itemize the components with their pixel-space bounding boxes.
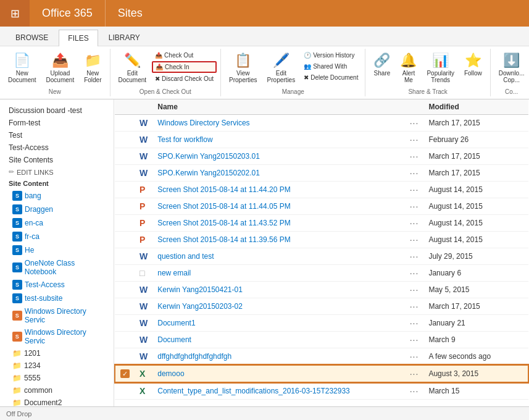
new-folder-button[interactable]: 📁 NewFolder [80,50,106,86]
table-row[interactable]: WDocument···March 9 [115,332,528,348]
table-row[interactable]: ✓Xdemooo···August 3, 2015 [115,365,528,382]
sidebar-item-onenote[interactable]: S OneNote Class Notebook [0,257,114,278]
row-more-options[interactable]: ··· [405,115,424,132]
row-filename[interactable]: demooo [152,365,405,382]
upload-document-button[interactable]: 📤 UploadDocument [42,50,79,86]
sidebar-item-5555[interactable]: 📁 5555 [0,372,114,384]
edit-properties-button[interactable]: 🖊️ EditProperties [263,50,300,86]
row-filename[interactable]: SPO.Kerwin Yang20150203.01 [152,148,405,165]
row-more-options[interactable]: ··· [405,348,424,366]
row-check[interactable] [115,182,135,198]
row-check[interactable] [115,265,135,282]
row-more-options[interactable]: ··· [405,315,424,332]
table-row[interactable]: WWindows Directory Services···March 17, … [115,115,528,132]
app-grid-icon[interactable]: ⊞ [0,0,30,27]
discard-checkout-button[interactable]: ✖ Discard Check Out [152,74,217,84]
sidebar-item-common[interactable]: 📁 common [0,384,114,397]
row-filename[interactable]: SPO.Kerwin Yang20150202.01 [152,165,405,182]
row-check[interactable] [115,298,135,315]
row-filename[interactable]: Document [152,332,405,348]
table-row[interactable]: WDocument1···January 21 [115,315,528,332]
table-row[interactable]: PScreen Shot 2015-08-14 at 11.43.52 PM··… [115,215,528,232]
row-filename[interactable]: Screen Shot 2015-08-14 at 11.44.20 PM [152,182,405,198]
new-document-button[interactable]: 📄 NewDocument [4,50,41,86]
row-check[interactable] [115,332,135,348]
table-row[interactable]: WKerwin Yang20150203-02···March 17, 2015 [115,298,528,315]
row-filename[interactable]: Windows Directory Services [152,115,405,132]
row-filename[interactable]: Kerwin Yang20150421-01 [152,282,405,298]
row-more-options[interactable]: ··· [405,382,424,400]
row-filename[interactable]: Screen Shot 2015-08-14 at 11.44.05 PM [152,198,405,215]
row-filename[interactable]: Document1 [152,315,405,332]
row-check[interactable] [115,148,135,165]
table-row[interactable]: PScreen Shot 2015-08-14 at 11.39.56 PM··… [115,232,528,248]
row-filename[interactable]: Test for workflow [152,132,405,148]
popularity-trends-button[interactable]: 📊 PopularityTrends [422,50,458,86]
table-row[interactable]: PScreen Shot 2015-08-14 at 11.44.20 PM··… [115,182,528,198]
row-filename[interactable]: Screen Shot 2015-08-14 at 11.43.52 PM [152,215,405,232]
tab-browse[interactable]: BROWSE [6,29,57,46]
row-check[interactable] [115,232,135,248]
version-history-button[interactable]: 🕐 Version History [301,50,361,61]
sidebar-item-formtest[interactable]: Form-test [0,117,114,129]
row-check[interactable] [115,315,135,332]
sidebar-item-windir1[interactable]: S Windows Directory Servic [0,305,114,326]
row-check[interactable] [115,348,135,366]
row-more-options[interactable]: ··· [405,248,424,265]
tab-files[interactable]: FILES [59,30,98,46]
share-button[interactable]: 🔗 Share [369,50,394,79]
row-more-options[interactable]: ··· [405,282,424,298]
row-more-options[interactable]: ··· [405,215,424,232]
sidebar-edit-links[interactable]: ✏ EDIT LINKS [0,166,114,178]
row-more-options[interactable]: ··· [405,365,424,382]
sidebar-item-frca[interactable]: S fr-ca [0,230,114,243]
sidebar-item-1234[interactable]: 📁 1234 [0,359,114,372]
sidebar-item-discussion[interactable]: Discussion board -test [0,104,114,117]
follow-button[interactable]: ⭐ Follow [460,50,486,79]
row-check[interactable] [115,282,135,298]
table-row[interactable]: XContent_type_and_list_modifications_201… [115,382,528,400]
row-filename[interactable]: question and test [152,248,405,265]
alert-me-button[interactable]: 🔔 AlertMe [396,50,421,86]
row-check[interactable] [115,198,135,215]
table-row[interactable]: WSPO.Kerwin Yang20150203.01···March 17, … [115,148,528,165]
row-check[interactable] [115,115,135,132]
delete-document-button[interactable]: ✖ Delete Document [301,72,361,83]
table-row[interactable]: □new email···January 6 [115,265,528,282]
row-more-options[interactable]: ··· [405,165,424,182]
row-more-options[interactable]: ··· [405,298,424,315]
row-filename[interactable]: Kerwin Yang20150203-02 [152,298,405,315]
table-row[interactable]: WSPO.Kerwin Yang20150202.01···March 17, … [115,165,528,182]
row-check[interactable] [115,132,135,148]
row-check[interactable] [115,215,135,232]
download-copy-button[interactable]: ⬇️ Downlo...Cop... [494,50,529,86]
sidebar-item-draggen[interactable]: S Draggen [0,203,114,216]
sidebar-item-testsubsite[interactable]: S test-subsite [0,292,114,305]
row-check[interactable] [115,382,135,400]
sidebar-item-he[interactable]: S He [0,243,114,257]
row-check[interactable] [115,165,135,182]
shared-with-button[interactable]: 👥 Shared With [301,61,361,72]
row-check[interactable]: ✓ [115,365,135,382]
edit-document-button[interactable]: ✏️ EditDocument [114,50,151,86]
row-filename[interactable]: Content_type_and_list_modifications_2016… [152,382,405,400]
sidebar-item-windir2[interactable]: S Windows Directory Servic [0,326,114,347]
row-filename[interactable]: new email [152,265,405,282]
view-properties-button[interactable]: 📋 ViewProperties [225,50,262,86]
sidebar-item-1201[interactable]: 📁 1201 [0,347,114,359]
row-more-options[interactable]: ··· [405,332,424,348]
row-more-options[interactable]: ··· [405,132,424,148]
table-row[interactable]: Wquestion and test···July 29, 2015 [115,248,528,265]
table-row[interactable]: WKerwin Yang20150421-01···May 5, 2015 [115,282,528,298]
table-row[interactable]: Wdffghdfghdfghdfghdfgh···A few seconds a… [115,348,528,366]
check-in-button[interactable]: 📥 Check In [152,61,217,73]
check-out-button[interactable]: 📤 Check Out [152,50,217,61]
sidebar-item-enca[interactable]: S en-ca [0,216,114,230]
row-more-options[interactable]: ··· [405,198,424,215]
row-filename[interactable]: dffghdfghdfghdfghdfgh [152,348,405,366]
tab-library[interactable]: LIBRARY [99,29,149,46]
row-more-options[interactable]: ··· [405,232,424,248]
col-name[interactable]: Name [152,99,405,115]
table-row[interactable]: WTest for workflow···February 26 [115,132,528,148]
row-more-options[interactable]: ··· [405,265,424,282]
